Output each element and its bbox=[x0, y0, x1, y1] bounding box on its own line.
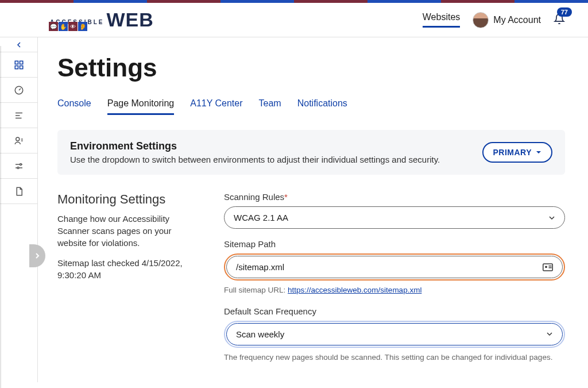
sidebar-collapse-button[interactable] bbox=[0, 37, 37, 52]
tab-a11y-center[interactable]: A11Y Center bbox=[190, 98, 242, 115]
nav-account-label: My Account bbox=[493, 15, 541, 25]
main-content: Settings Console Page Monitoring A11Y Ce… bbox=[38, 37, 588, 382]
sitemap-input-highlight: /sitemap.xml bbox=[224, 253, 565, 281]
frequency-helper: The frequency new pages should be scanne… bbox=[224, 352, 565, 363]
svg-point-9 bbox=[545, 266, 547, 268]
nav-notifications[interactable]: 77 bbox=[554, 13, 565, 26]
environment-description: Use the dropdown to switch between envir… bbox=[70, 155, 440, 164]
header: ACCESSIBLE 💬 ✋ 👁 👂 WEB Websites My Accou… bbox=[0, 3, 588, 37]
scanning-rules-label: Scanning Rules* bbox=[224, 192, 565, 202]
header-nav: Websites My Account 77 bbox=[423, 12, 565, 28]
sitemap-input[interactable]: /sitemap.xml bbox=[226, 256, 563, 278]
list-icon bbox=[14, 110, 24, 121]
field-scanning-rules: Scanning Rules* WCAG 2.1 AA bbox=[224, 192, 565, 229]
left-edge-shadow bbox=[0, 46, 2, 388]
scanning-rules-value: WCAG 2.1 AA bbox=[234, 213, 288, 222]
field-sitemap-path: Sitemap Path /sitemap.xml Full sitemap U… bbox=[224, 239, 565, 296]
sidebar-item-gauge[interactable] bbox=[0, 78, 37, 103]
tab-notifications[interactable]: Notifications bbox=[297, 98, 347, 115]
chevron-down-icon bbox=[548, 214, 555, 221]
environment-dropdown-button[interactable]: PRIMARY bbox=[482, 142, 552, 163]
brand-logo[interactable]: ACCESSIBLE 💬 ✋ 👁 👂 WEB bbox=[49, 9, 154, 31]
brand-big-text: WEB bbox=[106, 9, 153, 31]
monitoring-form: Scanning Rules* WCAG 2.1 AA Sitemap Path… bbox=[224, 192, 565, 374]
avatar bbox=[473, 12, 489, 28]
sidebar-item-document[interactable] bbox=[0, 179, 37, 204]
settings-tabs: Console Page Monitoring A11Y Center Team… bbox=[57, 98, 565, 115]
required-marker: * bbox=[284, 192, 288, 202]
document-icon bbox=[14, 186, 24, 197]
svg-rect-2 bbox=[15, 66, 18, 68]
contact-card-icon bbox=[543, 263, 553, 271]
sitemap-url-link[interactable]: https://accessibleweb.com/sitemap.xml bbox=[288, 286, 421, 294]
sidebar-item-users[interactable] bbox=[0, 128, 37, 153]
svg-point-6 bbox=[20, 163, 21, 165]
page-title: Settings bbox=[57, 53, 565, 82]
frequency-select[interactable]: Scan weekly bbox=[226, 323, 563, 345]
sidebar-item-dashboard[interactable] bbox=[0, 52, 37, 78]
sidebar-item-settings[interactable] bbox=[0, 153, 37, 179]
caret-down-icon bbox=[535, 149, 542, 156]
environment-panel: Environment Settings Use the dropdown to… bbox=[57, 130, 565, 175]
sitemap-helper: Full sitemap URL: https://accessibleweb.… bbox=[224, 285, 565, 296]
environment-heading: Environment Settings bbox=[70, 140, 440, 152]
environment-dropdown-label: PRIMARY bbox=[493, 148, 532, 157]
monitoring-intro: Monitoring Settings Change how our Acces… bbox=[57, 192, 201, 374]
sliders-icon bbox=[14, 161, 24, 171]
tab-team[interactable]: Team bbox=[259, 98, 281, 115]
sidebar bbox=[0, 37, 38, 382]
frequency-label: Default Scan Frequency bbox=[224, 306, 565, 316]
tab-page-monitoring[interactable]: Page Monitoring bbox=[107, 98, 175, 115]
field-scan-frequency: Default Scan Frequency Scan weekly The f… bbox=[224, 306, 565, 363]
notification-badge: 77 bbox=[557, 7, 572, 17]
chevron-down-icon bbox=[546, 331, 553, 337]
monitoring-last-checked: Sitemap last checked 4/15/2022, 9:30:20 … bbox=[57, 257, 201, 281]
gauge-icon bbox=[14, 85, 24, 95]
nav-websites[interactable]: Websites bbox=[423, 12, 461, 28]
frequency-value: Scan weekly bbox=[236, 329, 284, 339]
tab-console[interactable]: Console bbox=[57, 98, 91, 115]
sitemap-input-value: /sitemap.xml bbox=[236, 262, 284, 272]
user-icon bbox=[14, 136, 24, 146]
svg-rect-3 bbox=[20, 66, 22, 68]
monitoring-description: Change how our Accessibility Scanner sca… bbox=[57, 213, 201, 249]
grid-icon bbox=[14, 60, 24, 70]
svg-point-7 bbox=[17, 167, 19, 168]
scanning-rules-select[interactable]: WCAG 2.1 AA bbox=[224, 206, 565, 229]
sitemap-label: Sitemap Path bbox=[224, 239, 565, 249]
frequency-select-focus-ring: Scan weekly bbox=[224, 321, 565, 348]
svg-rect-1 bbox=[20, 61, 22, 64]
nav-account[interactable]: My Account bbox=[473, 12, 541, 28]
top-accent-bar bbox=[0, 0, 588, 3]
monitoring-heading: Monitoring Settings bbox=[57, 192, 201, 207]
svg-point-5 bbox=[16, 137, 19, 141]
svg-rect-0 bbox=[15, 61, 18, 64]
sidebar-item-list[interactable] bbox=[0, 103, 37, 128]
